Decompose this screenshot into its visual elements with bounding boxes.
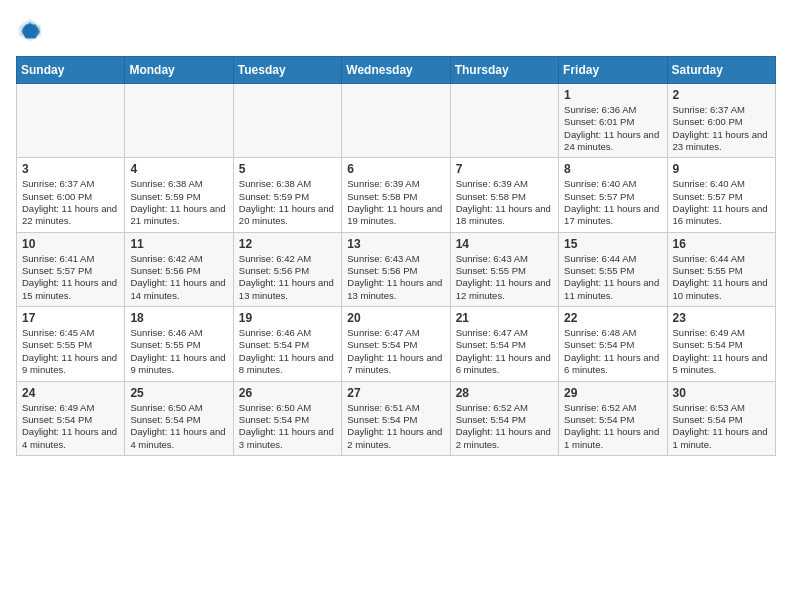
- day-info: Daylight: 11 hours and 6 minutes.: [456, 352, 553, 377]
- day-info: Sunrise: 6:48 AM: [564, 327, 661, 339]
- day-info: Sunset: 5:58 PM: [456, 191, 553, 203]
- day-header-friday: Friday: [559, 57, 667, 84]
- day-cell: [450, 84, 558, 158]
- day-number: 30: [673, 386, 770, 400]
- day-info: Sunrise: 6:38 AM: [130, 178, 227, 190]
- day-cell: 30Sunrise: 6:53 AMSunset: 5:54 PMDayligh…: [667, 381, 775, 455]
- day-number: 5: [239, 162, 336, 176]
- day-info: Sunset: 5:55 PM: [456, 265, 553, 277]
- day-info: Sunset: 5:57 PM: [22, 265, 119, 277]
- day-info: Sunset: 6:00 PM: [673, 116, 770, 128]
- day-info: Sunset: 5:56 PM: [347, 265, 444, 277]
- logo-icon: [16, 16, 44, 44]
- day-info: Sunrise: 6:43 AM: [347, 253, 444, 265]
- day-number: 15: [564, 237, 661, 251]
- day-header-saturday: Saturday: [667, 57, 775, 84]
- day-info: Sunrise: 6:42 AM: [130, 253, 227, 265]
- day-number: 14: [456, 237, 553, 251]
- day-info: Sunrise: 6:38 AM: [239, 178, 336, 190]
- day-info: Sunrise: 6:44 AM: [564, 253, 661, 265]
- day-info: Sunset: 5:56 PM: [130, 265, 227, 277]
- day-number: 8: [564, 162, 661, 176]
- day-info: Daylight: 11 hours and 9 minutes.: [22, 352, 119, 377]
- day-info: Daylight: 11 hours and 12 minutes.: [456, 277, 553, 302]
- day-info: Sunset: 5:54 PM: [456, 339, 553, 351]
- day-cell: 25Sunrise: 6:50 AMSunset: 5:54 PMDayligh…: [125, 381, 233, 455]
- day-cell: [125, 84, 233, 158]
- day-number: 2: [673, 88, 770, 102]
- day-info: Sunset: 5:54 PM: [456, 414, 553, 426]
- day-info: Sunrise: 6:41 AM: [22, 253, 119, 265]
- day-number: 26: [239, 386, 336, 400]
- week-row-4: 17Sunrise: 6:45 AMSunset: 5:55 PMDayligh…: [17, 307, 776, 381]
- day-info: Daylight: 11 hours and 7 minutes.: [347, 352, 444, 377]
- calendar-header: SundayMondayTuesdayWednesdayThursdayFrid…: [17, 57, 776, 84]
- day-cell: 17Sunrise: 6:45 AMSunset: 5:55 PMDayligh…: [17, 307, 125, 381]
- day-info: Daylight: 11 hours and 2 minutes.: [347, 426, 444, 451]
- day-info: Sunrise: 6:51 AM: [347, 402, 444, 414]
- day-header-thursday: Thursday: [450, 57, 558, 84]
- day-cell: 9Sunrise: 6:40 AMSunset: 5:57 PMDaylight…: [667, 158, 775, 232]
- day-number: 18: [130, 311, 227, 325]
- day-number: 16: [673, 237, 770, 251]
- day-info: Sunset: 5:54 PM: [22, 414, 119, 426]
- day-info: Daylight: 11 hours and 11 minutes.: [564, 277, 661, 302]
- day-info: Daylight: 11 hours and 8 minutes.: [239, 352, 336, 377]
- day-info: Sunrise: 6:37 AM: [22, 178, 119, 190]
- day-number: 6: [347, 162, 444, 176]
- day-info: Sunset: 5:54 PM: [564, 414, 661, 426]
- day-cell: 19Sunrise: 6:46 AMSunset: 5:54 PMDayligh…: [233, 307, 341, 381]
- day-number: 12: [239, 237, 336, 251]
- day-cell: 23Sunrise: 6:49 AMSunset: 5:54 PMDayligh…: [667, 307, 775, 381]
- day-info: Daylight: 11 hours and 4 minutes.: [130, 426, 227, 451]
- day-number: 27: [347, 386, 444, 400]
- day-cell: [17, 84, 125, 158]
- day-cell: 12Sunrise: 6:42 AMSunset: 5:56 PMDayligh…: [233, 232, 341, 306]
- day-cell: 27Sunrise: 6:51 AMSunset: 5:54 PMDayligh…: [342, 381, 450, 455]
- day-info: Sunset: 5:55 PM: [130, 339, 227, 351]
- day-cell: 15Sunrise: 6:44 AMSunset: 5:55 PMDayligh…: [559, 232, 667, 306]
- day-info: Daylight: 11 hours and 22 minutes.: [22, 203, 119, 228]
- day-info: Sunrise: 6:36 AM: [564, 104, 661, 116]
- day-number: 11: [130, 237, 227, 251]
- day-info: Sunrise: 6:49 AM: [673, 327, 770, 339]
- day-info: Sunset: 6:00 PM: [22, 191, 119, 203]
- day-info: Daylight: 11 hours and 18 minutes.: [456, 203, 553, 228]
- day-info: Sunrise: 6:42 AM: [239, 253, 336, 265]
- day-number: 7: [456, 162, 553, 176]
- day-cell: 2Sunrise: 6:37 AMSunset: 6:00 PMDaylight…: [667, 84, 775, 158]
- day-info: Sunrise: 6:37 AM: [673, 104, 770, 116]
- day-info: Sunrise: 6:39 AM: [347, 178, 444, 190]
- day-info: Sunset: 5:59 PM: [239, 191, 336, 203]
- day-info: Daylight: 11 hours and 2 minutes.: [456, 426, 553, 451]
- day-info: Sunset: 5:54 PM: [673, 414, 770, 426]
- day-info: Daylight: 11 hours and 13 minutes.: [239, 277, 336, 302]
- day-cell: 7Sunrise: 6:39 AMSunset: 5:58 PMDaylight…: [450, 158, 558, 232]
- day-info: Sunset: 6:01 PM: [564, 116, 661, 128]
- day-info: Sunrise: 6:50 AM: [130, 402, 227, 414]
- week-row-3: 10Sunrise: 6:41 AMSunset: 5:57 PMDayligh…: [17, 232, 776, 306]
- day-cell: 18Sunrise: 6:46 AMSunset: 5:55 PMDayligh…: [125, 307, 233, 381]
- header-row: SundayMondayTuesdayWednesdayThursdayFrid…: [17, 57, 776, 84]
- day-info: Daylight: 11 hours and 24 minutes.: [564, 129, 661, 154]
- day-header-wednesday: Wednesday: [342, 57, 450, 84]
- day-cell: 22Sunrise: 6:48 AMSunset: 5:54 PMDayligh…: [559, 307, 667, 381]
- day-info: Sunrise: 6:44 AM: [673, 253, 770, 265]
- day-info: Sunset: 5:55 PM: [673, 265, 770, 277]
- day-info: Sunrise: 6:52 AM: [564, 402, 661, 414]
- day-number: 10: [22, 237, 119, 251]
- day-info: Daylight: 11 hours and 1 minute.: [673, 426, 770, 451]
- day-info: Daylight: 11 hours and 13 minutes.: [347, 277, 444, 302]
- day-cell: 28Sunrise: 6:52 AMSunset: 5:54 PMDayligh…: [450, 381, 558, 455]
- day-info: Sunset: 5:54 PM: [564, 339, 661, 351]
- day-cell: 6Sunrise: 6:39 AMSunset: 5:58 PMDaylight…: [342, 158, 450, 232]
- calendar-body: 1Sunrise: 6:36 AMSunset: 6:01 PMDaylight…: [17, 84, 776, 456]
- day-info: Sunset: 5:59 PM: [130, 191, 227, 203]
- day-number: 28: [456, 386, 553, 400]
- day-info: Daylight: 11 hours and 5 minutes.: [673, 352, 770, 377]
- day-cell: 4Sunrise: 6:38 AMSunset: 5:59 PMDaylight…: [125, 158, 233, 232]
- day-cell: 11Sunrise: 6:42 AMSunset: 5:56 PMDayligh…: [125, 232, 233, 306]
- week-row-2: 3Sunrise: 6:37 AMSunset: 6:00 PMDaylight…: [17, 158, 776, 232]
- day-info: Sunrise: 6:46 AM: [239, 327, 336, 339]
- week-row-1: 1Sunrise: 6:36 AMSunset: 6:01 PMDaylight…: [17, 84, 776, 158]
